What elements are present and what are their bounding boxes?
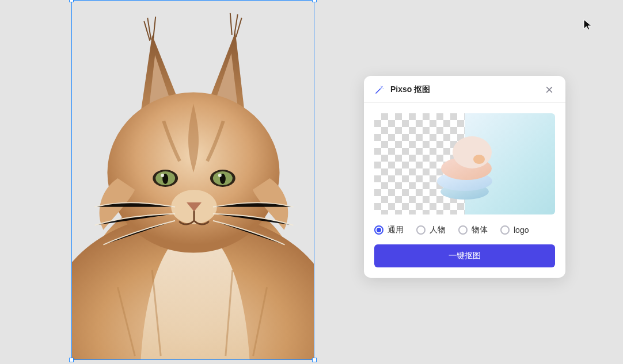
close-button[interactable] xyxy=(544,84,555,95)
radio-icon xyxy=(500,225,510,235)
mode-option-logo[interactable]: logo xyxy=(500,225,529,235)
svg-point-17 xyxy=(453,136,492,168)
mode-option-general[interactable]: 通用 xyxy=(374,225,404,235)
radio-icon xyxy=(458,225,468,235)
svg-point-9 xyxy=(218,174,222,177)
panel-title: Pixso 抠图 xyxy=(390,85,430,95)
resize-handle-bottom-right[interactable] xyxy=(312,358,317,362)
svg-point-11 xyxy=(382,86,383,87)
mode-options: 通用人物物体logo xyxy=(364,214,565,243)
cutout-panel: Pixso 抠图 xyxy=(364,76,565,278)
svg-point-5 xyxy=(161,174,164,177)
svg-point-13 xyxy=(381,86,381,86)
resize-handle-bottom-left[interactable] xyxy=(69,358,74,362)
radio-label: logo xyxy=(514,225,529,235)
radio-label: 通用 xyxy=(388,225,404,235)
cutout-button[interactable]: 一键抠图 xyxy=(374,244,555,267)
panel-header: Pixso 抠图 xyxy=(364,76,565,103)
cat-image-placeholder xyxy=(72,1,314,359)
svg-point-12 xyxy=(383,88,384,89)
preview-thumbnail xyxy=(374,113,555,214)
magic-wand-icon xyxy=(374,85,385,95)
svg-point-18 xyxy=(473,155,485,164)
close-icon xyxy=(545,86,553,94)
selected-frame[interactable] xyxy=(71,0,314,360)
radio-icon xyxy=(374,225,383,235)
radio-icon xyxy=(416,225,426,235)
radio-label: 人物 xyxy=(430,225,446,235)
resize-handle-top-left[interactable] xyxy=(69,0,74,2)
resize-handle-top-right[interactable] xyxy=(312,0,317,2)
sample-object-icon xyxy=(427,124,502,204)
mode-option-object[interactable]: 物体 xyxy=(458,225,488,235)
cursor-icon xyxy=(583,18,593,31)
radio-label: 物体 xyxy=(472,225,488,235)
mode-option-person[interactable]: 人物 xyxy=(416,225,446,235)
